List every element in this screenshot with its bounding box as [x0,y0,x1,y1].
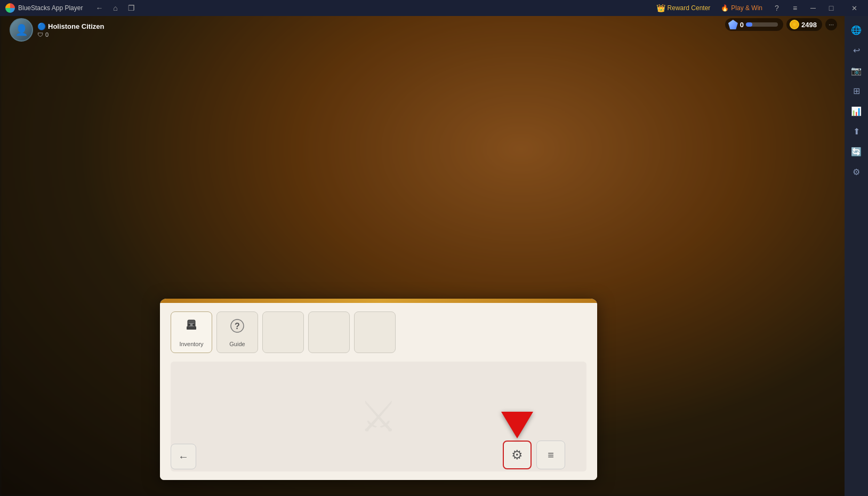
panel-content: Inventory ? Guide [160,303,597,480]
sidebar-refresh-button[interactable]: 🔄 [847,142,866,161]
tab-4-button[interactable] [308,311,350,353]
diamond-icon [728,20,738,29]
tab-inventory-label: Inventory [179,341,203,347]
help-button[interactable]: ? [770,2,784,14]
currency-more-button[interactable]: ··· [825,19,837,30]
crown-icon: 👑 [656,4,665,12]
svg-text:?: ? [235,322,240,331]
app-logo: BlueStacks App Player [0,3,88,13]
user-level-row: 🛡 0 [37,31,104,38]
settings-indicator-area: ⚙ [501,412,533,469]
maximize-button[interactable]: □ [824,2,838,14]
panel-settings-button[interactable]: ⚙ [503,441,532,469]
minimize-button[interactable]: ─ [806,2,820,14]
reward-center-label: Reward Center [668,4,711,12]
diamond-bar-fill [746,22,752,27]
currency-bar: 0 2498 ··· [721,16,841,33]
play-win-button[interactable]: 🔥 Play & Win [718,3,766,13]
tab-guide-button[interactable]: ? Guide [216,311,258,353]
bluestacks-logo-icon [5,3,15,13]
sidebar-camera-button[interactable]: 📷 [847,61,866,80]
back-nav-button[interactable]: ← [92,2,106,14]
panel-stack-button[interactable]: ≡ [536,441,565,469]
menu-button[interactable]: ≡ [788,2,802,14]
svg-point-4 [192,324,195,326]
close-button[interactable]: ✕ [842,0,866,16]
sidebar-settings-button[interactable]: ⚙ [847,162,866,181]
home-nav-button[interactable]: ⌂ [108,2,122,14]
diamond-value: 0 [740,21,744,29]
titlebar-right: 👑 Reward Center 🔥 Play & Win ? ≡ ─ □ ✕ [653,0,868,16]
coin-icon [790,20,799,29]
shield-icon: 🛡 [37,31,43,38]
red-arrow-indicator [501,412,533,438]
sidebar-back-button[interactable]: ↩ [847,41,866,60]
panel-watermark: ⚔ [359,392,398,442]
user-level-value: 0 [45,31,49,38]
panel-fold [160,299,597,303]
sidebar-chart-button[interactable]: 📊 [847,101,866,121]
user-info-panel: 👤 🔵 Holistone Citizen 🛡 0 [5,16,108,44]
coin-currency: 2498 [786,18,822,31]
user-name-label: Holistone Citizen [48,22,104,30]
reward-center-button[interactable]: 👑 Reward Center [653,3,714,13]
user-details: 🔵 Holistone Citizen 🛡 0 [37,22,104,38]
titlebar: BlueStacks App Player ← ⌂ ❐ 👑 Reward Cen… [0,0,868,16]
guide-icon: ? [229,318,245,338]
app-name-label: BlueStacks App Player [18,4,83,12]
tab-row: Inventory ? Guide [171,311,586,353]
right-sidebar: 🌐 ↩ 📷 ⊞ 📊 ⬆ 🔄 ⚙ [845,16,868,496]
coin-value: 2498 [801,21,817,29]
tab-inventory-button[interactable]: Inventory [171,311,212,353]
diamond-currency: 0 [725,18,783,31]
user-badge-icon: 🔵 [37,22,46,30]
svg-point-3 [188,324,190,326]
play-win-label: Play & Win [731,4,762,12]
panel-back-button[interactable]: ← [171,444,196,469]
game-panel: Inventory ? Guide [160,299,597,480]
sidebar-upload-button[interactable]: ⬆ [847,122,866,141]
copy-nav-button[interactable]: ❐ [124,2,138,14]
tab-guide-label: Guide [229,341,245,347]
diamond-bar [746,22,778,27]
svg-rect-1 [187,326,196,330]
sidebar-globe-button[interactable]: 🌐 [847,20,866,39]
tab-5-button[interactable] [354,311,396,353]
tab-3-button[interactable] [262,311,304,353]
fire-icon: 🔥 [721,4,729,12]
user-avatar: 👤 [10,18,33,42]
titlebar-nav: ← ⌂ ❐ [88,2,142,14]
sidebar-grid-button[interactable]: ⊞ [847,81,866,100]
user-name-row: 🔵 Holistone Citizen [37,22,104,30]
inventory-icon [183,318,199,338]
